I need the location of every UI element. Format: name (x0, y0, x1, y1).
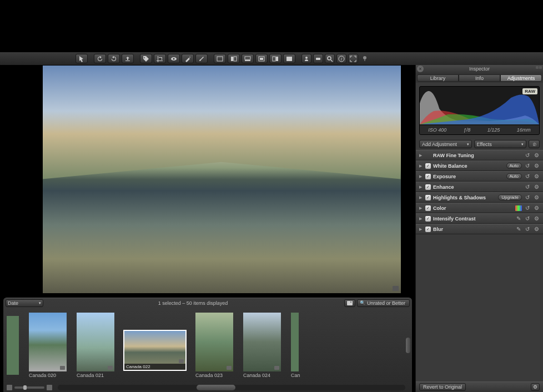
thumbnail-partial-left[interactable] (7, 316, 19, 375)
fullscreen-button[interactable] (348, 54, 358, 63)
filmstrip-vscroll[interactable] (405, 319, 411, 372)
close-icon[interactable]: × (417, 66, 424, 72)
reset-icon[interactable]: ↺ (524, 184, 531, 190)
disclosure-icon[interactable]: ▶ (419, 217, 423, 221)
gear-icon[interactable]: ⚙ (533, 205, 540, 212)
histogram[interactable]: RAW ISO 400 ƒ/8 1/125 16mm (419, 86, 540, 135)
resize-icon[interactable] (536, 66, 542, 69)
thumbnail-item-selected[interactable]: Canada 022 (124, 321, 185, 370)
thumbnail-image[interactable] (243, 313, 281, 371)
disclosure-icon[interactable]: ▶ (419, 174, 423, 179)
reset-icon[interactable]: ↺ (524, 173, 531, 180)
adjustment-row-color[interactable]: ▶✓Color↺⚙ (416, 203, 543, 213)
adjustment-checkbox[interactable]: ✓ (425, 195, 431, 200)
thumbnail-zoom-slider[interactable] (14, 386, 44, 389)
rotate-cw-button[interactable] (108, 54, 120, 63)
gear-icon[interactable]: ⚙ (533, 184, 540, 190)
adjustment-row-white-balance[interactable]: ▶✓White BalanceAuto↺⚙ (416, 160, 543, 171)
adjustment-row-highlights-shadows[interactable]: ▶✓Highlights & ShadowsUpgrade↺⚙ (416, 192, 543, 203)
gear-icon[interactable]: ⚙ (533, 226, 540, 233)
loupe-button[interactable] (325, 54, 335, 63)
brush-button[interactable] (195, 54, 208, 63)
reset-icon[interactable]: ↺ (524, 205, 531, 212)
thumbnail-image[interactable]: Canada 022 (124, 331, 185, 370)
keywords-button[interactable] (301, 54, 311, 63)
reset-icon[interactable]: ↺ (524, 152, 531, 159)
adjustment-row-blur[interactable]: ▶✓Blur✎↺⚙ (416, 224, 543, 234)
disclosure-icon[interactable]: ▶ (419, 153, 423, 158)
lift-button[interactable] (122, 54, 134, 63)
sort-select[interactable]: Date (6, 299, 43, 307)
lamp-icon[interactable] (360, 54, 370, 63)
preset-button[interactable]: ⎚ (529, 140, 540, 148)
viewer-mode-1-button[interactable] (214, 54, 226, 63)
inspector-panel: × Inspector Library Info Adjustments RAW… (415, 65, 543, 392)
viewer-mode-5-button[interactable] (269, 54, 281, 63)
upgrade-button[interactable]: Upgrade (498, 194, 522, 200)
thumbnail-item[interactable]: Canada 020 (29, 313, 67, 378)
zoom-in-icon[interactable] (47, 385, 52, 390)
thumbnail-image[interactable] (29, 313, 67, 371)
reset-icon[interactable]: ↺ (524, 215, 531, 222)
viewer-mode-3-button[interactable] (242, 54, 254, 63)
thumbnail-item[interactable]: Canada 024 (243, 313, 281, 378)
disclosure-icon[interactable]: ▶ (419, 227, 423, 232)
brush-icon[interactable]: ✎ (515, 226, 522, 233)
auto-button[interactable]: Auto (506, 173, 522, 179)
adjustment-checkbox[interactable]: ✓ (425, 216, 431, 222)
reset-icon[interactable]: ↺ (524, 226, 531, 233)
revert-button[interactable]: Revert to Original (419, 383, 466, 391)
thumbnail-image[interactable] (195, 313, 233, 371)
tag-button[interactable] (140, 54, 152, 63)
rotate-ccw-button[interactable] (94, 54, 106, 63)
thumbnail-image[interactable] (77, 313, 114, 371)
adjustment-checkbox[interactable]: ✓ (425, 174, 431, 179)
gear-icon[interactable]: ⚙ (533, 152, 540, 159)
effects-select[interactable]: Effects (474, 140, 527, 148)
adjustment-checkbox[interactable]: ✓ (425, 184, 431, 190)
disclosure-icon[interactable]: ▶ (419, 164, 423, 168)
main-viewer[interactable] (0, 65, 415, 293)
filmstrip-hscroll[interactable] (58, 385, 405, 390)
reset-icon[interactable]: ↺ (524, 194, 531, 201)
gear-icon[interactable]: ⚙ (533, 215, 540, 222)
adjustment-row-raw-fine-tuning[interactable]: ▶RAW Fine Tuning↺⚙ (416, 150, 543, 160)
filter-search[interactable]: Unrated or Better (357, 299, 410, 307)
auto-button[interactable]: Auto (506, 163, 522, 169)
tab-library[interactable]: Library (417, 74, 459, 82)
reset-icon[interactable]: ↺ (524, 163, 531, 169)
main-photo[interactable] (43, 66, 401, 293)
thumbnail-item[interactable]: Canada 023 (195, 313, 233, 378)
gear-icon[interactable]: ⚙ (533, 194, 540, 201)
adjustment-row-exposure[interactable]: ▶✓ExposureAuto↺⚙ (416, 171, 543, 182)
adjustment-checkbox[interactable]: ✓ (425, 227, 431, 232)
disclosure-icon[interactable]: ▶ (419, 206, 423, 210)
retouch-button[interactable] (182, 54, 194, 63)
adjustment-row-intensify-contrast[interactable]: ▶✓Intensify Contrast✎↺⚙ (416, 213, 543, 224)
viewer-mode-6-button[interactable] (283, 54, 295, 63)
zoom-out-icon[interactable] (7, 385, 12, 390)
disclosure-icon[interactable]: ▶ (419, 195, 423, 200)
gear-icon[interactable]: ⚙ (533, 173, 540, 180)
viewer-mode-4-button[interactable] (255, 54, 268, 63)
tab-info[interactable]: Info (459, 74, 500, 82)
adjustment-checkbox[interactable]: ✓ (425, 163, 431, 169)
redeye-button[interactable] (168, 54, 180, 63)
thumbnail-item[interactable]: Canada 021 (77, 313, 114, 378)
tab-adjustments[interactable]: Adjustments (500, 74, 542, 82)
new-album-button[interactable] (344, 299, 355, 307)
disclosure-icon[interactable]: ▶ (419, 185, 423, 189)
info-button[interactable]: i (336, 54, 346, 63)
adjustment-checkbox[interactable]: ✓ (425, 205, 431, 211)
pointer-tool-button[interactable] (76, 54, 88, 63)
brush-icon[interactable]: ✎ (515, 215, 522, 222)
add-adjustment-select[interactable]: Add Adjustment (419, 140, 472, 148)
crop-button[interactable] (154, 54, 166, 63)
thumbnail-partial-right[interactable]: Can (291, 313, 300, 378)
color-chip-icon[interactable] (515, 205, 522, 211)
gear-icon[interactable]: ⚙ (533, 163, 540, 169)
gear-icon[interactable]: ⚙ (531, 383, 540, 391)
label-button[interactable] (313, 54, 323, 63)
adjustment-row-enhance[interactable]: ▶✓Enhance↺⚙ (416, 182, 543, 192)
viewer-mode-2-button[interactable] (228, 54, 240, 63)
